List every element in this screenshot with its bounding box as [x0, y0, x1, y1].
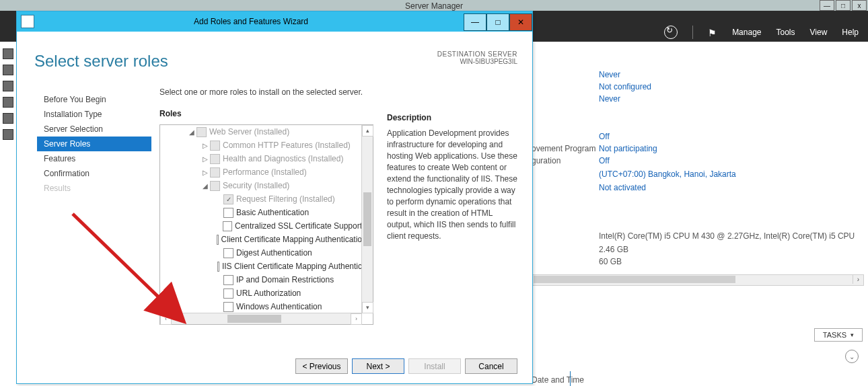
checkbox[interactable] [196, 127, 207, 137]
bg-ram: 2.46 GB [599, 245, 628, 254]
server-properties-pane: Never Not configured Never Off ovement P… [532, 47, 864, 381]
role-client-cert-mapping[interactable]: Client Certificate Mapping Authenticatio [160, 233, 362, 246]
role-url-authorization[interactable]: URL Authorization [160, 286, 362, 300]
next-button[interactable]: Next > [352, 358, 404, 374]
bg-link-never[interactable]: Never [599, 70, 620, 79]
bg-link-timezone[interactable]: (UTC+07:00) Bangkok, Hanoi, Jakarta [599, 169, 736, 179]
checkbox[interactable] [223, 221, 232, 231]
bg-link-off[interactable]: Off [599, 132, 610, 141]
roles-header: Roles [159, 109, 517, 118]
cancel-button[interactable]: Cancel [465, 358, 517, 374]
bg-link-activation[interactable]: Not activated [599, 183, 646, 192]
separator [692, 26, 693, 39]
roles-hscrollbar[interactable]: ‹ › [160, 313, 362, 324]
nav-installation-type[interactable]: Installation Type [37, 107, 151, 122]
sidebar-icon[interactable] [3, 48, 13, 59]
wizard-app-icon [21, 15, 34, 28]
bg-hdd: 60 GB [599, 257, 622, 266]
wizard-title: Add Roles and Features Wizard [38, 17, 464, 26]
nav-server-roles[interactable]: Server Roles [37, 137, 151, 151]
destination-server-block: DESTINATION SERVER WIN-5IBU3PEG3IL [437, 50, 517, 65]
menu-tools[interactable]: Tools [776, 28, 795, 37]
checkbox[interactable] [217, 235, 218, 245]
sidebar-icon[interactable] [3, 65, 13, 75]
role-security[interactable]: Security (Installed) [160, 179, 362, 192]
app-window-title: Server Manager [0, 1, 868, 11]
role-common-http[interactable]: Common HTTP Features (Installed) [160, 139, 362, 152]
bg-hscroll-right[interactable]: › [853, 275, 863, 284]
bg-link-notconfigured[interactable]: Not configured [599, 82, 651, 91]
checkbox[interactable] [223, 194, 233, 204]
role-basic-auth[interactable]: Basic Authentication [160, 206, 362, 219]
sidebar-icon[interactable] [3, 129, 13, 140]
wizard-heading: Select server roles [34, 52, 168, 71]
role-iis-client-cert-mapping[interactable]: IIS Client Certificate Mapping Authentic [160, 260, 362, 273]
sidebar-icon[interactable] [3, 97, 13, 108]
role-digest-auth[interactable]: Digest Authentication [160, 246, 362, 260]
bg-link-never[interactable]: Never [599, 94, 620, 104]
checkbox[interactable] [210, 141, 220, 151]
description-header: Description [387, 113, 431, 122]
refresh-icon[interactable] [664, 26, 678, 39]
wizard-close-icon[interactable]: ✕ [509, 13, 532, 31]
bg-date-time-partial: Date and Time [532, 375, 584, 385]
checkbox[interactable] [223, 288, 233, 299]
bg-link-participating[interactable]: Not participating [599, 144, 657, 153]
sidebar-icons-partial [3, 48, 13, 140]
wizard-steps-nav: Before You Begin Installation Type Serve… [37, 92, 151, 196]
scroll-left-icon[interactable]: ‹ [160, 313, 172, 325]
tasks-dropdown[interactable]: TASKS [814, 328, 863, 342]
destination-server-name: WIN-5IBU3PEG3IL [437, 58, 517, 65]
role-performance[interactable]: Performance (Installed) [160, 165, 362, 179]
close-app-icon[interactable]: x [852, 0, 867, 11]
role-ip-domain[interactable]: IP and Domain Restrictions [160, 273, 362, 286]
previous-button[interactable]: < Previous [295, 358, 348, 374]
checkbox[interactable] [223, 208, 233, 218]
wizard-instruction: Select one or more roles to install on t… [159, 87, 517, 97]
add-roles-features-wizard: Add Roles and Features Wizard — □ ✕ Sele… [16, 11, 533, 384]
menu-manage[interactable]: Manage [732, 28, 761, 37]
scroll-thumb[interactable] [227, 315, 281, 323]
bg-hscroll-thumb[interactable] [534, 276, 735, 283]
description-text: Application Development provides infrast… [387, 128, 518, 242]
maximize-app-icon[interactable]: □ [836, 0, 851, 11]
scroll-down-icon[interactable]: ▾ [362, 302, 373, 313]
menu-view[interactable]: View [810, 28, 828, 37]
bg-hscrollbar[interactable]: › [532, 274, 864, 286]
checkbox[interactable] [223, 302, 233, 312]
menu-help[interactable]: Help [842, 28, 859, 37]
install-button: Install [408, 358, 461, 374]
checkbox[interactable] [223, 275, 233, 285]
role-request-filtering[interactable]: Request Filtering (Installed) [160, 192, 362, 206]
wizard-maximize-icon[interactable]: □ [486, 13, 509, 31]
nav-features[interactable]: Features [37, 151, 151, 166]
role-windows-auth[interactable]: Windows Authentication [160, 300, 362, 313]
roles-vscrollbar[interactable]: ▴ ▾ [361, 125, 373, 313]
nav-results: Results [37, 181, 151, 196]
sidebar-icon[interactable] [3, 113, 13, 124]
sidebar-icon[interactable] [3, 81, 13, 91]
checkbox[interactable] [223, 248, 233, 258]
bg-link-off[interactable]: Off [599, 156, 610, 165]
scroll-thumb[interactable] [363, 192, 371, 246]
scroll-up-icon[interactable]: ▴ [362, 125, 373, 137]
bg-label-program: ovement Program [532, 144, 595, 153]
destination-server-label: DESTINATION SERVER [437, 50, 517, 58]
minimize-app-icon[interactable]: — [820, 0, 834, 11]
role-centralized-ssl[interactable]: Centralized SSL Certificate Support [160, 219, 362, 233]
checkbox[interactable] [210, 181, 220, 191]
nav-confirmation[interactable]: Confirmation [37, 166, 151, 181]
bg-label-guration: guration [532, 156, 560, 165]
checkbox[interactable] [217, 262, 219, 272]
checkbox[interactable] [210, 167, 220, 178]
nav-server-selection[interactable]: Server Selection [37, 122, 151, 137]
role-health-diagnostics[interactable]: Health and Diagnostics (Installed) [160, 152, 362, 165]
roles-tree: Web Server (Installed) Common HTTP Featu… [159, 124, 373, 325]
collapse-toggle-icon[interactable]: ⌄ [845, 350, 859, 363]
wizard-minimize-icon[interactable]: — [464, 13, 486, 31]
checkbox[interactable] [210, 154, 220, 164]
scroll-right-icon[interactable]: › [351, 313, 362, 325]
notifications-flag-icon[interactable] [708, 28, 717, 37]
nav-before-you-begin[interactable]: Before You Begin [37, 92, 151, 107]
role-web-server[interactable]: Web Server (Installed) [160, 125, 362, 139]
